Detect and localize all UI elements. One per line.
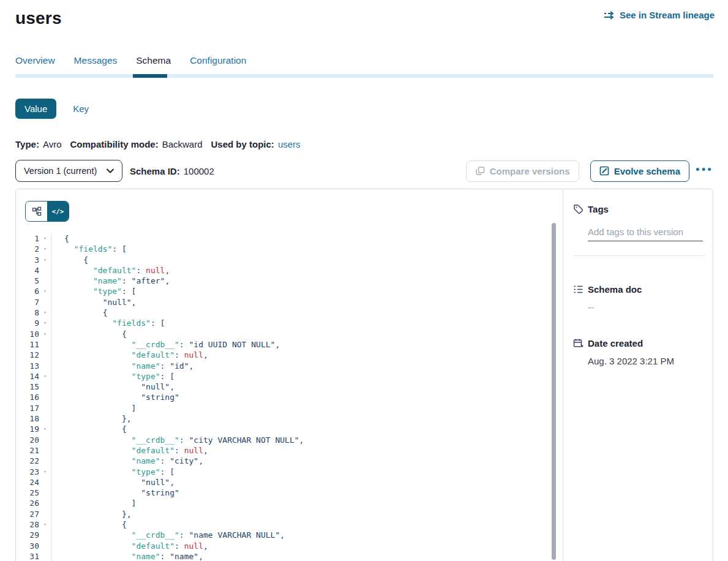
tab-underline-track: [15, 74, 713, 78]
line-number: 16: [16, 392, 39, 402]
code-text: "name": "id",: [51, 361, 193, 371]
code-line: 23▾ "type": [: [16, 467, 550, 477]
tree-view-button[interactable]: [26, 201, 47, 221]
active-tab-indicator: [133, 74, 167, 78]
collapse-toggle-icon[interactable]: ▾: [39, 286, 51, 296]
code-view-button[interactable]: </>: [47, 201, 69, 221]
schema-sidebar: Tags Schema doc --: [563, 189, 713, 561]
evolve-schema-button[interactable]: Evolve schema: [590, 160, 689, 182]
tree-view-icon: [32, 206, 42, 216]
code-line: 7 "null",: [16, 297, 550, 307]
code-text: "name": "name",: [51, 551, 203, 561]
collapse-toggle-icon[interactable]: ▾: [39, 255, 51, 265]
code-line: 28▾ {: [16, 519, 550, 530]
schema-id-label: Schema ID:: [130, 166, 180, 176]
collapse-spacer: [39, 297, 51, 307]
topic-link[interactable]: users: [278, 139, 301, 149]
code-line: 20 "__crdb__": "city VARCHAR NOT NULL",: [16, 435, 550, 445]
collapse-toggle-icon[interactable]: ▾: [39, 519, 51, 530]
collapse-toggle-icon[interactable]: ▾: [39, 244, 51, 254]
line-number: 6: [16, 286, 39, 296]
code-line: 18 },: [16, 413, 550, 424]
collapse-spacer: [39, 413, 51, 424]
collapse-toggle-icon[interactable]: ▾: [39, 371, 51, 382]
compare-versions-label: Compare versions: [490, 166, 570, 176]
date-created-value: Aug. 3 2022 3:21 PM: [588, 356, 703, 366]
collapse-spacer: [39, 477, 51, 488]
tab-schema[interactable]: Schema: [136, 55, 171, 74]
collapse-toggle-icon[interactable]: ▾: [39, 233, 51, 244]
line-number: 1: [16, 233, 39, 244]
code-text: "__crdb__": "id UUID NOT NULL",: [51, 339, 280, 350]
collapse-spacer: [39, 498, 51, 508]
line-number: 20: [16, 435, 39, 445]
tab-overview[interactable]: Overview: [15, 55, 55, 74]
line-number: 24: [16, 477, 39, 488]
code-text: "type": [: [51, 371, 174, 382]
code-line: 3▾ {: [16, 255, 550, 265]
code-text: "default": null,: [51, 350, 208, 360]
collapse-spacer: [39, 403, 51, 413]
compare-versions-button[interactable]: Compare versions: [466, 160, 579, 182]
view-mode-toggle: </>: [25, 201, 69, 222]
code-view-icon: </>: [52, 208, 64, 216]
code-text: "default": null,: [51, 445, 208, 456]
value-key-toggle: Value Key: [15, 99, 713, 119]
more-options-button[interactable]: •••: [696, 164, 713, 179]
compatibility-label: Compatibility mode:: [70, 139, 158, 149]
tags-input[interactable]: [588, 227, 703, 241]
line-number: 8: [16, 307, 39, 318]
tab-messages[interactable]: Messages: [74, 55, 118, 74]
edit-schema-icon: [599, 166, 609, 176]
code-text: "name": "after",: [51, 276, 170, 286]
collapse-toggle-icon[interactable]: ▾: [39, 329, 51, 339]
stream-lineage-link[interactable]: See in Stream lineage: [604, 10, 715, 20]
schema-doc-value: --: [588, 302, 703, 312]
line-number: 9: [16, 318, 39, 328]
line-number: 2: [16, 244, 39, 254]
version-select[interactable]: Version 1 (current): [15, 160, 122, 182]
collapse-toggle-icon[interactable]: ▾: [39, 467, 51, 477]
collapse-spacer: [39, 350, 51, 360]
collapse-spacer: [39, 541, 51, 551]
key-toggle-link[interactable]: Key: [73, 104, 89, 114]
tag-icon: [573, 204, 584, 214]
line-number: 7: [16, 297, 39, 307]
line-number: 28: [16, 519, 39, 530]
code-text: {: [51, 519, 127, 530]
type-value: Avro: [43, 139, 62, 149]
code-line: 4 "default": null,: [16, 265, 550, 276]
collapse-toggle-icon[interactable]: ▾: [39, 307, 51, 318]
line-number: 21: [16, 445, 39, 456]
tab-configuration[interactable]: Configuration: [190, 55, 246, 74]
schema-code-panel: </> 1▾{2▾ "fields": [3▾ {4 "default": nu…: [16, 189, 563, 561]
line-number: 12: [16, 350, 39, 360]
line-number: 30: [16, 541, 39, 551]
code-text: "default": null,: [51, 265, 170, 276]
collapse-spacer: [39, 551, 51, 561]
compatibility-value: Backward: [162, 139, 203, 149]
line-number: 14: [16, 371, 39, 382]
code-line: 27 },: [16, 509, 550, 519]
schema-meta-row: Type: Avro Compatibility mode: Backward …: [15, 139, 713, 149]
code-line: 19▾ {: [16, 424, 550, 434]
line-number: 11: [16, 339, 39, 350]
code-text: "string": [51, 392, 179, 402]
value-toggle-button[interactable]: Value: [15, 99, 56, 119]
collapse-toggle-icon[interactable]: ▾: [39, 424, 51, 434]
code-line: 13 "name": "id",: [16, 361, 550, 371]
code-text: "null",: [51, 477, 174, 488]
code-line: 16 "string": [16, 392, 550, 402]
version-select-value: Version 1 (current): [24, 166, 97, 176]
collapse-spacer: [39, 488, 51, 498]
collapse-toggle-icon[interactable]: ▾: [39, 318, 51, 328]
collapse-spacer: [39, 456, 51, 466]
code-text: "default": null,: [51, 541, 208, 551]
code-text: {: [51, 233, 69, 244]
code-text: "type": [: [51, 286, 136, 296]
vertical-scrollbar[interactable]: [552, 223, 556, 560]
schema-page: users See in Stream lineage Overview Mes…: [0, 0, 728, 561]
page-header: users See in Stream lineage: [0, 0, 728, 28]
code-text: ]: [51, 498, 136, 508]
line-number: 26: [16, 498, 39, 508]
